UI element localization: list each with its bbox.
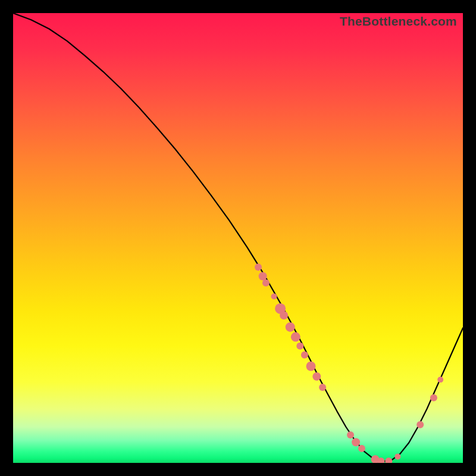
chart-marker [312, 372, 321, 381]
chart-marker [319, 384, 326, 391]
chart-marker [262, 280, 270, 287]
chart-marker [430, 394, 437, 401]
chart-marker [296, 342, 303, 349]
chart-marker [385, 458, 392, 463]
chart-marker [280, 311, 288, 320]
chart-area: TheBottleneck.com [13, 13, 463, 463]
chart-svg [13, 13, 463, 463]
chart-marker [352, 438, 360, 446]
chart-marker [437, 377, 443, 383]
chart-marker [291, 332, 300, 342]
chart-marker [347, 431, 354, 439]
chart-marker [259, 272, 267, 280]
chart-marker [271, 293, 277, 299]
chart-marker [416, 421, 424, 428]
chart-marker [394, 453, 400, 459]
chart-curve [13, 13, 463, 462]
watermark-text: TheBottleneck.com [340, 14, 457, 29]
chart-marker [301, 352, 308, 359]
chart-marker [306, 362, 316, 371]
chart-marker [255, 264, 262, 271]
chart-marker [286, 322, 295, 332]
chart-marker [358, 445, 365, 452]
